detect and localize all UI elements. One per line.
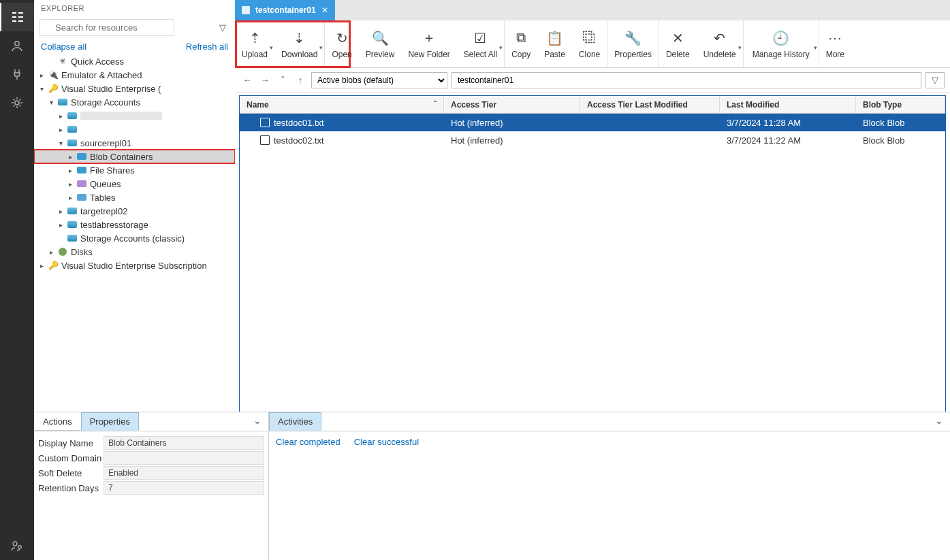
col-tier-modified[interactable]: Access Tier Last Modified <box>580 96 720 113</box>
chevron-right-icon[interactable] <box>56 112 65 120</box>
tree-classic[interactable]: Storage Accounts (classic) <box>34 231 235 245</box>
chevron-right-icon[interactable] <box>65 180 75 188</box>
tree-blob-containers[interactable]: Blob Containers <box>34 150 235 163</box>
tree-testlab[interactable]: testlabresstorage <box>34 218 235 231</box>
nav-down-icon[interactable]: ˅ <box>276 75 289 85</box>
tree-storage-redacted2[interactable] <box>34 122 235 136</box>
more-button[interactable]: ⋯More <box>819 20 851 67</box>
tree-vse[interactable]: 🔑Visual Studio Enterprise ( <box>34 82 235 95</box>
tree-label: Disks <box>71 247 93 257</box>
chevron-down-icon[interactable]: ▾ <box>270 44 273 51</box>
nav-forward-icon[interactable]: → <box>258 75 272 85</box>
nav-up-icon[interactable]: ↑ <box>294 75 307 85</box>
clear-completed-link[interactable]: Clear completed <box>276 437 341 447</box>
chevron-down-icon[interactable] <box>37 85 46 93</box>
svg-point-8 <box>13 542 17 546</box>
tree-storage-redacted1[interactable] <box>34 109 235 122</box>
svg-point-6 <box>15 42 19 46</box>
file-icon <box>260 135 270 145</box>
table-row[interactable]: testdoc01.txtHot (inferred)3/7/2024 11:2… <box>240 114 945 131</box>
activity-account-icon[interactable] <box>0 31 34 60</box>
tree-vse-sub[interactable]: 🔑Visual Studio Enterprise Subscription <box>34 259 235 272</box>
close-tab-icon[interactable]: ✕ <box>321 5 328 15</box>
activity-connect-icon[interactable] <box>0 60 34 88</box>
delete-button[interactable]: ✕Delete <box>659 20 697 67</box>
chevron-down-icon[interactable]: ▾ <box>499 44 503 51</box>
search-filter-icon[interactable]: ▽ <box>216 22 229 33</box>
activity-feedback-icon[interactable] <box>0 531 34 560</box>
tree-quick-access[interactable]: ✳Quick Access <box>34 54 235 68</box>
tree-storage-accounts[interactable]: Storage Accounts <box>34 95 235 109</box>
chevron-right-icon[interactable] <box>46 248 56 256</box>
chevron-right-icon[interactable] <box>56 126 65 133</box>
tree-emulator[interactable]: 🔌Emulator & Attached <box>34 68 235 82</box>
col-last-modified[interactable]: Last Modified <box>720 96 856 113</box>
clear-successful-link[interactable]: Clear successful <box>354 437 419 447</box>
prop-value: 7 <box>104 481 264 495</box>
tree-tables[interactable]: Tables <box>34 191 235 204</box>
tree-label: Visual Studio Enterprise Subscription <box>61 261 207 271</box>
chevron-right-icon[interactable] <box>37 262 46 269</box>
copy-button[interactable]: ⧉Copy <box>505 20 537 67</box>
blob-filter-select[interactable]: Active blobs (default) <box>311 72 447 88</box>
storage-icon <box>67 110 78 121</box>
path-input[interactable] <box>452 72 921 88</box>
chevron-right-icon[interactable] <box>65 167 75 174</box>
panel-collapse-icon[interactable]: ⌄ <box>928 412 950 431</box>
upload-button[interactable]: ⇡Upload▾ <box>235 20 274 67</box>
chevron-down-icon[interactable] <box>46 99 56 106</box>
col-blob-type[interactable]: Blob Type <box>856 96 945 113</box>
collapse-all-link[interactable]: Collapse all <box>41 42 86 52</box>
history-icon: 🕘 <box>772 29 789 47</box>
chevron-down-icon[interactable]: ▾ <box>814 44 817 51</box>
prop-label: Soft Delete <box>38 468 104 478</box>
activity-settings-icon[interactable] <box>0 88 34 117</box>
search-input[interactable] <box>39 19 174 36</box>
preview-button[interactable]: 🔍Preview <box>359 20 402 67</box>
plus-icon: ＋ <box>422 29 436 47</box>
paste-icon: 📋 <box>546 29 563 47</box>
tree-label: sourcerepl01 <box>80 138 131 148</box>
tree-targetrepl[interactable]: targetrepl02 <box>34 204 235 218</box>
paste-button[interactable]: 📋Paste <box>537 20 572 67</box>
download-button[interactable]: ⇣Download▾ <box>274 20 324 67</box>
btn-label: Delete <box>666 50 690 59</box>
refresh-all-link[interactable]: Refresh all <box>186 42 228 52</box>
tree-sourcerepl[interactable]: sourcerepl01 <box>34 136 235 150</box>
clone-button[interactable]: ⿻Clone <box>572 20 607 67</box>
tab-testcontainer01[interactable]: testcontainer01 ✕ <box>235 0 335 20</box>
col-name[interactable]: Nameˆ <box>240 96 444 113</box>
chevron-right-icon[interactable] <box>56 208 65 215</box>
chevron-right-icon[interactable] <box>65 194 75 201</box>
tree-file-shares[interactable]: File Shares <box>34 163 235 177</box>
undelete-button[interactable]: ↶Undelete▾ <box>697 20 743 67</box>
new-folder-button[interactable]: ＋New Folder <box>401 20 456 67</box>
chevron-right-icon[interactable] <box>37 71 46 79</box>
panel-collapse-icon[interactable]: ⌄ <box>247 412 268 431</box>
nav-back-icon[interactable]: ← <box>240 75 254 85</box>
chevron-down-icon[interactable]: ▾ <box>738 44 742 51</box>
container-icon <box>242 6 250 14</box>
cell-mod: 3/7/2024 11:22 AM <box>720 135 856 146</box>
select-all-button[interactable]: ☑Select All▾ <box>457 20 504 67</box>
tab-label: testcontainer01 <box>255 5 316 15</box>
filter-icon[interactable]: ▽ <box>925 72 945 88</box>
tab-actions[interactable]: Actions <box>34 412 81 431</box>
tree-queues[interactable]: Queues <box>34 177 235 191</box>
open-button[interactable]: ↻Open <box>325 20 358 67</box>
chevron-down-icon[interactable] <box>56 139 65 147</box>
chevron-down-icon[interactable]: ▾ <box>319 44 323 51</box>
chevron-right-icon[interactable] <box>65 153 75 161</box>
btn-label: More <box>826 50 844 59</box>
table-row[interactable]: testdoc02.txtHot (inferred)3/7/2024 11:2… <box>240 131 945 149</box>
tab-properties[interactable]: Properties <box>81 412 139 431</box>
manage-history-button[interactable]: 🕘Manage History▾ <box>744 20 819 67</box>
properties-button[interactable]: 🔧Properties <box>607 20 659 67</box>
btn-label: Clone <box>579 50 600 59</box>
tab-activities[interactable]: Activities <box>269 412 321 431</box>
storage-icon <box>67 233 78 244</box>
chevron-right-icon[interactable] <box>56 221 65 229</box>
activity-explorer-icon[interactable] <box>0 3 34 31</box>
tree-disks[interactable]: Disks <box>34 245 235 259</box>
col-access-tier[interactable]: Access Tier <box>444 96 580 113</box>
